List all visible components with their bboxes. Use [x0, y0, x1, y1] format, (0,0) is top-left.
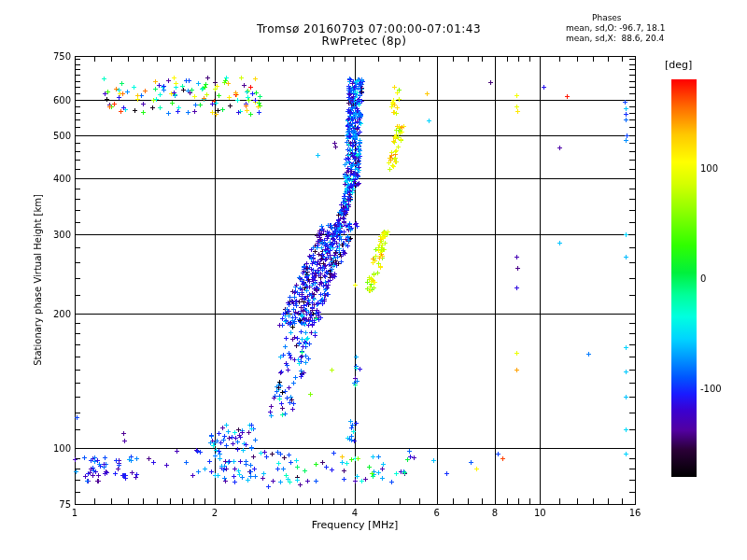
- x-axis-label: Frequency [MHz]: [312, 519, 398, 531]
- ionogram-figure: Tromsø 20160703 07:00:00-07:01:43 RwPret…: [0, 0, 747, 560]
- x-tick-label: 10: [534, 508, 546, 518]
- x-tick-label: 1: [72, 508, 78, 518]
- plot-title-line2: RwPretec (8p): [322, 35, 407, 48]
- y-tick-label: 750: [53, 51, 71, 62]
- x-tick-label: 4: [352, 508, 358, 518]
- y-tick-label: 600: [53, 94, 71, 105]
- x-tick-label: 16: [629, 508, 641, 518]
- plot-title-line1: Tromsø 20160703 07:00:00-07:01:43: [257, 22, 481, 35]
- phases-mean-sd-x: mean, sd,X: 88.6, 20.4: [566, 34, 664, 44]
- colorbar-tick-label: -100: [700, 384, 722, 394]
- y-tick-label: 300: [53, 230, 71, 240]
- y-tick-label: 100: [53, 443, 71, 454]
- y-tick-label: 200: [53, 308, 71, 318]
- colorbar-tick-label: 0: [700, 273, 706, 284]
- y-tick-label: 75: [59, 499, 71, 510]
- x-tick-label: 2: [212, 508, 218, 518]
- phases-mean-sd-o: mean, sd,O: -96.7, 18.1: [566, 23, 665, 34]
- colorbar-tick-label: 100: [700, 162, 718, 173]
- y-tick-label: 500: [53, 130, 71, 140]
- x-tick-label: 8: [492, 508, 498, 518]
- scatter-plot-canvas: [0, 0, 747, 560]
- phases-heading: Phases: [592, 13, 622, 23]
- y-tick-label: 400: [53, 174, 71, 184]
- x-tick-label: 6: [434, 508, 440, 518]
- colorbar-title: [deg]: [665, 59, 692, 71]
- y-axis-label: Stationary phase Virtual Height [km]: [33, 194, 43, 366]
- phase-colorbar: [671, 79, 697, 477]
